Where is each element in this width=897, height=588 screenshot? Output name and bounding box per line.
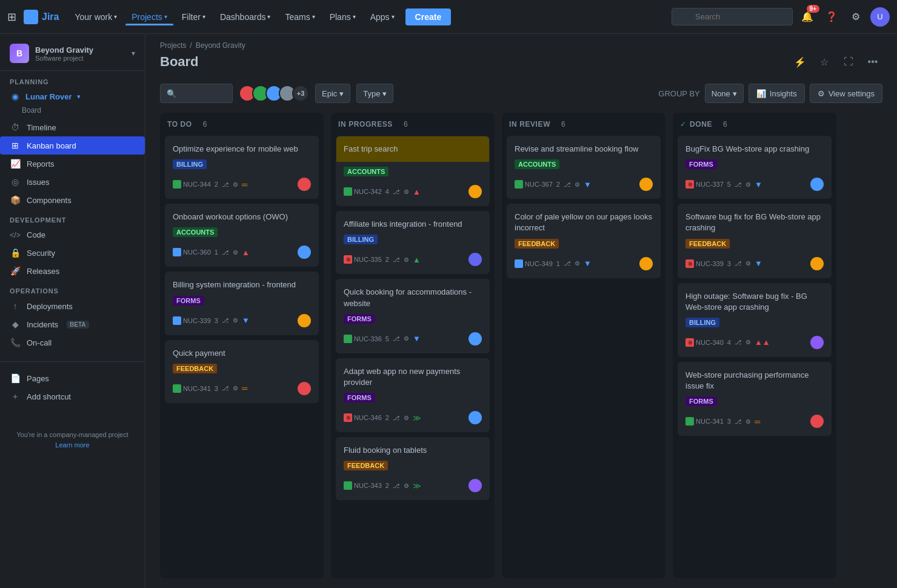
insights-button[interactable]: 📊 Insights	[749, 84, 805, 103]
sidebar-footer-text: You're in a company-managed project Lear…	[10, 430, 135, 450]
sidebar-item-add-shortcut[interactable]: + Add shortcut	[0, 387, 145, 406]
help-button[interactable]: ❓	[822, 7, 841, 27]
card-assignee-avatar[interactable]	[810, 336, 824, 349]
board-search[interactable]: 🔍	[160, 84, 233, 103]
sidebar-item-issues[interactable]: ◎ Issues	[0, 173, 145, 191]
card-assignee-avatar[interactable]	[298, 178, 311, 191]
sidebar-item-pages[interactable]: 📄 Pages	[0, 369, 145, 387]
card[interactable]: Color of pale yellow on our pages looks …	[507, 204, 661, 278]
dashboards-nav[interactable]: Dashboards ▾	[214, 8, 277, 25]
card-id: ↑ NUC-341	[173, 384, 211, 393]
pr-icon: ⚙	[745, 339, 751, 346]
card-assignee-avatar[interactable]	[810, 415, 824, 428]
card[interactable]: Optimize experience for mobile web BILLI…	[165, 136, 319, 199]
search-box[interactable]	[672, 8, 793, 25]
more-options-button[interactable]: •••	[863, 52, 882, 72]
card-type-icon: ✓	[173, 316, 181, 325]
teams-nav[interactable]: Teams ▾	[279, 8, 321, 25]
card[interactable]: Billing system integration - frontend FO…	[165, 272, 319, 335]
column-title: DONE	[690, 120, 712, 129]
create-button[interactable]: Create	[405, 8, 452, 25]
sidebar-item-oncall[interactable]: 📞 On-call	[0, 333, 145, 352]
sidebar: B Beyond Gravity Software project ▾ PLAN…	[0, 34, 145, 588]
plans-nav[interactable]: Plans ▾	[324, 8, 362, 25]
lightning-button[interactable]: ⚡	[790, 52, 810, 72]
your-work-nav[interactable]: Your work ▾	[68, 8, 123, 25]
card[interactable]: Adapt web app no new payments provider F…	[336, 358, 490, 432]
column-count: 6	[561, 120, 565, 129]
star-button[interactable]: ☆	[815, 52, 834, 72]
sidebar-item-incidents[interactable]: ◆ Incidents BETA	[0, 315, 145, 333]
view-settings-button[interactable]: ⚙ View settings	[810, 84, 882, 103]
assignee-filter[interactable]: +3	[239, 85, 309, 102]
avatar-overflow[interactable]: +3	[292, 85, 309, 102]
card[interactable]: High outage: Software bug fix - BG Web-s…	[678, 283, 832, 357]
card-assignee-avatar[interactable]	[639, 178, 653, 191]
card-assignee-avatar[interactable]	[639, 257, 653, 270]
sidebar-item-components[interactable]: 📦 Components	[0, 191, 145, 209]
board-column: ✓ DONE6 BugFix BG Web-store app crashing…	[673, 113, 836, 578]
lunar-rover-item[interactable]: ◉ Lunar Rover ▾	[0, 88, 145, 105]
sidebar-item-kanban[interactable]: ⊞ Kanban board	[0, 136, 145, 155]
components-label: Components	[27, 196, 72, 205]
board-search-input[interactable]	[180, 89, 226, 98]
projects-nav[interactable]: Projects ▾	[125, 8, 173, 25]
oncall-label: On-call	[27, 338, 52, 347]
card[interactable]: Quick booking for accommodations - websi…	[336, 279, 490, 353]
sidebar-item-security[interactable]: 🔒 Security	[0, 244, 145, 262]
card[interactable]: Fluid booking on tablets FEEDBACK ↑ NUC-…	[336, 437, 490, 500]
card-assignee-avatar[interactable]	[469, 479, 482, 492]
card-assignee-avatar[interactable]	[298, 314, 311, 327]
card-assignee-avatar[interactable]	[810, 257, 824, 270]
card-assignee-avatar[interactable]	[298, 246, 311, 259]
search-input[interactable]	[692, 12, 785, 21]
card-id: ↑ NUC-344	[173, 180, 211, 189]
jira-logo[interactable]: Jira	[24, 10, 59, 24]
card-assignee-avatar[interactable]	[469, 185, 482, 198]
epic-filter-button[interactable]: Epic ▾	[315, 84, 350, 103]
card[interactable]: Software bug fix for BG Web-store app cr…	[678, 204, 832, 278]
sidebar-item-code[interactable]: </> Code	[0, 226, 145, 244]
breadcrumb-projects[interactable]: Projects	[160, 41, 186, 50]
card[interactable]: Fast trip search ACCOUNTS ↑ NUC-342 4 ⎇ …	[336, 136, 490, 206]
pr-icon: ⚙	[404, 335, 409, 342]
sidebar-item-deployments[interactable]: ↑ Deployments	[0, 297, 145, 315]
card-story-points: 3	[215, 385, 218, 392]
column-title: TO DO	[167, 120, 192, 129]
card-assignee-avatar[interactable]	[469, 253, 482, 266]
grid-icon[interactable]: ⊞	[7, 10, 16, 24]
sidebar-item-releases[interactable]: 🚀 Releases	[0, 262, 145, 280]
group-by-button[interactable]: None ▾	[705, 84, 744, 103]
sidebar-project[interactable]: B Beyond Gravity Software project ▾	[0, 34, 145, 71]
pr-icon: ⚙	[233, 317, 238, 324]
card[interactable]: Web-store purchasing performance issue f…	[678, 362, 832, 436]
card-number: NUC-349	[525, 260, 553, 267]
sidebar-item-timeline[interactable]: ⏱ Timeline	[0, 118, 145, 136]
card-assignee-avatar[interactable]	[469, 332, 482, 346]
card[interactable]: Revise and streamline booking flow ACCOU…	[507, 136, 661, 199]
card-title: Web-store purchasing performance issue f…	[685, 370, 824, 392]
apps-nav[interactable]: Apps ▾	[364, 8, 401, 25]
card[interactable]: BugFix BG Web-store app crashing FORMS 🐞…	[678, 136, 832, 199]
card[interactable]: Onboard workout options (OWO) ACCOUNTS ✓…	[165, 204, 319, 267]
card[interactable]: Affiliate links integration - frontend B…	[336, 211, 490, 274]
card-assignee-avatar[interactable]	[810, 178, 824, 191]
notifications-button[interactable]: 🔔 9+	[798, 7, 817, 27]
user-avatar[interactable]: U	[870, 7, 890, 27]
fullscreen-button[interactable]: ⛶	[839, 52, 858, 72]
settings-icon: ⚙	[818, 89, 825, 98]
filter-nav[interactable]: Filter ▾	[176, 8, 212, 25]
card-id: ↑ NUC-343	[344, 481, 382, 490]
card[interactable]: Quick payment FEEDBACK ↑ NUC-341 3 ⎇ ⚙ ═	[165, 340, 319, 403]
settings-button[interactable]: ⚙	[846, 7, 865, 27]
insights-label: Insights	[770, 89, 797, 98]
type-filter-button[interactable]: Type ▾	[356, 84, 393, 103]
card-assignee-avatar[interactable]	[298, 382, 311, 395]
breadcrumb-project[interactable]: Beyond Gravity	[196, 41, 245, 50]
sidebar-item-reports[interactable]: 📈 Reports	[0, 155, 145, 173]
priority-icon: ═	[242, 384, 247, 393]
project-chevron-icon[interactable]: ▾	[132, 49, 135, 58]
card-assignee-avatar[interactable]	[469, 411, 482, 424]
column-title: IN REVIEW	[509, 120, 550, 129]
learn-more-link[interactable]: Learn more	[55, 441, 89, 449]
